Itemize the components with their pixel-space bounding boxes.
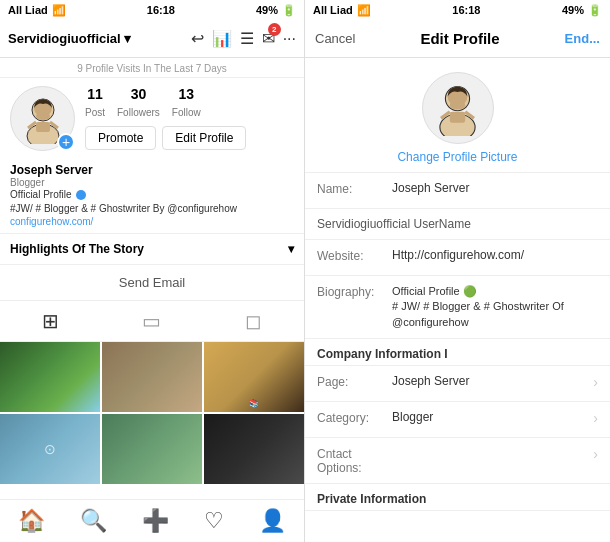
tablet-view-tab[interactable]: ▭ [142,309,161,333]
svg-rect-13 [450,111,465,122]
photo-cell-4[interactable]: ⊙ [0,414,100,484]
battery-icon-right: 🔋 [588,4,602,17]
send-email-bar[interactable]: Send Email [0,265,304,301]
bio-description: Official Profile [10,188,294,202]
page-field-row[interactable]: Page: Joseph Server › [305,366,610,402]
photo-cell-1[interactable] [0,342,100,412]
tab-icons: ⊞ ▭ ◻ [0,301,304,342]
bottom-nav: 🏠 🔍 ➕ ♡ 👤 [0,499,304,542]
search-nav-icon[interactable]: 🔍 [80,508,107,534]
promote-button[interactable]: Promote [85,126,156,150]
battery-right: 49% [562,4,584,16]
edit-avatar-image [430,81,485,136]
left-panel: All Liad 📶 16:18 49% 🔋 Servidiogiuoffici… [0,0,305,542]
heart-nav-icon[interactable]: ♡ [204,508,224,534]
website-value[interactable]: Http://configurehow.com/ [392,248,598,262]
cancel-button[interactable]: Cancel [315,31,355,46]
profile-visits: 9 Profile Visits In The Last 7 Days [0,58,304,78]
avatar-wrap: + [10,86,75,151]
name-field-row: Name: Joseph Server [305,173,610,209]
status-right-right: 49% 🔋 [562,4,602,17]
message-icon[interactable]: ✉ 2 [262,29,275,48]
chevron-down-icon: ▾ [124,31,131,46]
list-icon[interactable]: ☰ [240,29,254,48]
profile-buttons: Promote Edit Profile [85,126,246,150]
person-view-tab[interactable]: ◻ [245,309,262,333]
svg-rect-6 [36,122,50,132]
status-right: 49% 🔋 [256,4,296,17]
verified-icon [76,190,86,200]
done-button[interactable]: End... [565,31,600,46]
add-photo-icon[interactable]: + [57,133,75,151]
edit-profile-title: Edit Profile [420,30,499,47]
carrier-right: All Liad [313,4,353,16]
status-bar-right: All Liad 📶 16:18 49% 🔋 [305,0,610,20]
profile-stats: 11 Post 30 Followers 13 Follow [85,86,246,120]
posts-label: Post [85,107,105,118]
biography-field-row: Biography: Official Profile 🟢# JW/ # Blo… [305,276,610,339]
home-nav-icon[interactable]: 🏠 [18,508,45,534]
nav-bar-left: Servidiogiuofficial ▾ ↩ 📊 ☰ ✉ 2 ··· [0,20,304,58]
status-bar-left: All Liad 📶 16:18 49% 🔋 [0,0,304,20]
more-icon[interactable]: ··· [283,30,296,48]
status-right-left: All Liad 📶 [313,4,371,17]
message-badge: 2 [268,23,281,36]
photo-cell-5[interactable] [102,414,202,484]
page-arrow-icon: › [589,374,598,390]
wifi-icon-right: 📶 [357,4,371,17]
grid-view-tab[interactable]: ⊞ [42,309,59,333]
following-count: 13 [172,86,201,102]
bio-desc-text: Official Profile [10,189,72,200]
photo-grid: 📚 ⊙ [0,342,304,499]
photo-cell-6[interactable] [204,414,304,484]
category-value: Blogger [392,410,589,424]
username-row[interactable]: Servidiogiuofficial UserName [305,209,610,240]
category-label: Category: [317,410,392,425]
biography-label: Biography: [317,284,392,299]
add-nav-icon[interactable]: ➕ [142,508,169,534]
highlights-bar[interactable]: Highlights Of The Story ▾ [0,234,304,265]
edit-profile-nav: Cancel Edit Profile End... [305,20,610,58]
bio-link[interactable]: configurehow.com/ [10,216,294,227]
status-left: All Liad 📶 [8,4,66,17]
photo-cell-3[interactable]: 📚 [204,342,304,412]
profile-nav-icon[interactable]: 👤 [259,508,286,534]
following-label: Follow [172,107,201,118]
website-label: Website: [317,248,392,263]
profile-section: + 11 Post 30 Followers 13 Follow Promote [0,78,304,159]
stat-followers: 30 Followers [117,86,160,120]
website-field-row: Website: Http://configurehow.com/ [305,240,610,276]
bio-hashtags: #JW/ # Blogger & # Ghostwriter By @confi… [10,202,294,216]
edit-avatar-section: Change Profile Picture [305,58,610,173]
followers-label: Followers [117,107,160,118]
battery-icon-left: 🔋 [282,4,296,17]
contact-options-row[interactable]: Cntact Options: › [305,438,610,484]
time-right: 16:18 [452,4,480,16]
highlights-label: Highlights Of The Story [10,242,144,256]
stat-following: 13 Follow [172,86,201,120]
page-label: Page: [317,374,392,389]
carrier-left: All Liad [8,4,48,16]
company-info-header: Company Information I [305,339,610,366]
brand-name[interactable]: Servidiogiuofficial ▾ [8,31,131,46]
biography-value[interactable]: Official Profile 🟢# JW/ # Blogger & # Gh… [392,284,598,330]
edit-profile-button[interactable]: Edit Profile [162,126,246,150]
posts-count: 11 [85,86,105,102]
wifi-icon: 📶 [52,4,66,17]
photo-cell-2[interactable] [102,342,202,412]
followers-count: 30 [117,86,160,102]
chart-icon[interactable]: 📊 [212,29,232,48]
brand-label: Servidiogiuofficial [8,31,121,46]
right-panel: All Liad 📶 16:18 49% 🔋 Cancel Edit Profi… [305,0,610,542]
history-icon[interactable]: ↩ [191,29,204,48]
name-value[interactable]: Joseph Server [392,181,598,195]
svg-point-3 [36,112,50,120]
category-field-row[interactable]: Category: Blogger › [305,402,610,438]
contact-label: Cntact Options: [317,446,392,475]
edit-avatar[interactable] [422,72,494,144]
contact-arrow-icon: › [589,446,598,462]
category-arrow-icon: › [589,410,598,426]
private-info-header: Private Information [305,484,610,511]
profile-info: 11 Post 30 Followers 13 Follow Promote E… [85,86,246,150]
change-picture-button[interactable]: Change Profile Picture [397,150,517,164]
